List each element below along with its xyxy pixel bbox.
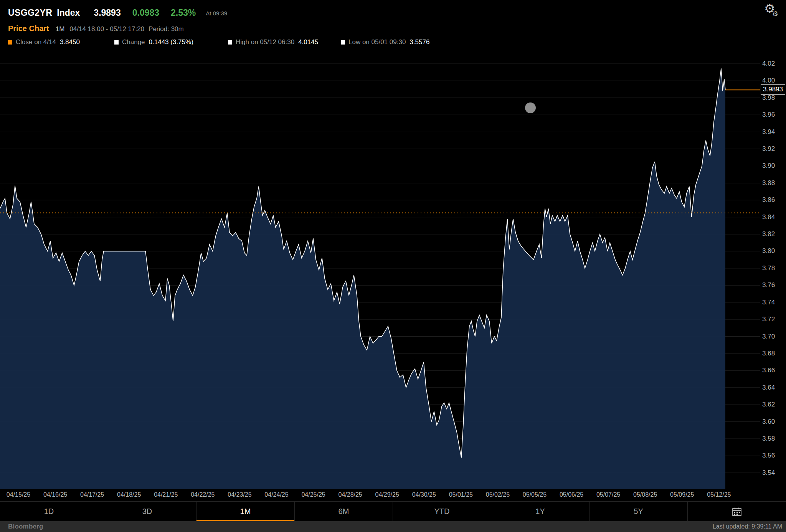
x-axis-tick-label: 05/07/25 (590, 490, 627, 499)
legend-item-change[interactable]: Change0.1443 (3.75%) (114, 37, 193, 47)
y-axis-tick-label: 3.84 (762, 213, 785, 221)
gear-small-icon: ⚙ (772, 10, 778, 18)
x-axis-tick-label: 04/22/25 (184, 490, 221, 499)
y-axis-tick-label: 3.88 (762, 179, 785, 187)
range-button-1d[interactable]: 1D (0, 502, 98, 521)
y-axis-tick-label: 4.00 (762, 77, 785, 84)
x-axis-tick-label: 04/23/25 (221, 490, 258, 499)
x-axis-tick-label: 04/21/25 (147, 490, 184, 499)
chart-legend: Close on 4/143.8450Change0.1443 (3.75%)H… (0, 37, 786, 47)
range-button-1y[interactable]: 1Y (491, 502, 590, 521)
legend-item-low[interactable]: Low on 05/01 09:303.5576 (341, 37, 429, 47)
legend-swatch (341, 40, 345, 45)
legend-value: 3.5576 (410, 38, 429, 46)
last-updated-text: Last updated: 9:39:11 AM (713, 523, 782, 530)
calendar-button[interactable] (688, 502, 786, 521)
legend-value: 3.8450 (60, 38, 80, 46)
y-axis-tick-label: 3.92 (762, 145, 785, 153)
x-axis-tick-label: 05/09/25 (664, 490, 700, 499)
x-axis: 04/15/2504/16/2504/17/2504/18/2504/21/25… (0, 490, 760, 499)
price-chart-canvas[interactable] (0, 48, 760, 489)
y-axis-tick-label: 3.54 (762, 469, 785, 477)
security-header: USGG2YR Index 3.9893 0.0983 2.53% At 09:… (8, 6, 227, 19)
y-axis-tick-label: 3.76 (762, 281, 785, 289)
last-price-axis-label: 3.9893 (761, 84, 785, 95)
y-axis-tick-label: 3.96 (762, 111, 785, 119)
y-axis-tick-label: 3.66 (762, 367, 785, 374)
range-button-1m[interactable]: 1M (196, 502, 295, 521)
y-axis-tick-label: 3.60 (762, 418, 785, 426)
x-axis-tick-label: 04/24/25 (258, 490, 295, 499)
ticker-symbol: USGG2YR (8, 8, 52, 18)
x-axis-tick-label: 04/28/25 (332, 490, 369, 499)
y-axis-tick-label: 3.94 (762, 128, 785, 136)
y-axis-tick-label: 3.90 (762, 162, 785, 170)
bloomberg-logo: Bloomberg (8, 523, 43, 530)
percent-change-value: 2.53% (171, 8, 196, 18)
x-axis-tick-label: 05/06/25 (553, 490, 590, 499)
legend-swatch (114, 40, 119, 45)
last-price-value: 3.9893 (94, 8, 121, 18)
legend-label: Low on 05/01 09:30 (348, 38, 406, 46)
y-axis-tick-label: 4.02 (762, 60, 785, 68)
y-axis-tick-label: 3.64 (762, 384, 785, 392)
x-axis-tick-label: 04/30/25 (406, 490, 443, 499)
y-axis-tick-label: 3.98 (762, 94, 785, 102)
price-area (0, 68, 725, 489)
legend-label: Close on 4/14 (16, 38, 56, 46)
legend-value: 4.0145 (298, 38, 318, 46)
range-button-3d[interactable]: 3D (98, 502, 196, 521)
y-axis-tick-label: 3.80 (762, 247, 785, 255)
x-axis-tick-label: 04/18/25 (111, 490, 147, 499)
range-button-5y[interactable]: 5Y (590, 502, 688, 521)
period-label: Period: 30m (149, 25, 184, 33)
range-button-ytd[interactable]: YTD (393, 502, 491, 521)
y-axis-tick-label: 3.74 (762, 299, 785, 306)
legend-label: High on 05/12 06:30 (236, 38, 294, 46)
y-axis-tick-label: 3.58 (762, 435, 785, 443)
legend-value: 0.1443 (3.75%) (149, 38, 193, 46)
legend-label: Change (122, 38, 145, 46)
y-axis-tick-label: 3.68 (762, 350, 785, 357)
price-chart-menu[interactable]: Price Chart (8, 24, 49, 33)
y-axis-tick-label: 3.82 (762, 230, 785, 238)
current-range-label: 1M (56, 25, 65, 33)
y-axis-tick-label: 3.56 (762, 452, 785, 459)
date-range-label: 04/14 18:00 - 05/12 17:20 (69, 25, 144, 33)
x-axis-tick-label: 04/15/25 (0, 490, 37, 499)
x-axis-tick-label: 05/02/25 (479, 490, 516, 499)
status-bar: Bloomberg Last updated: 9:39:11 AM (0, 521, 786, 532)
legend-item-close[interactable]: Close on 4/143.8450 (8, 37, 80, 47)
legend-swatch (8, 40, 12, 45)
x-axis-tick-label: 04/25/25 (295, 490, 332, 499)
as-of-time: At 09:39 (206, 9, 227, 17)
price-chart[interactable] (0, 48, 760, 489)
y-axis-tick-label: 3.70 (762, 333, 785, 340)
chart-subheader: Price Chart 1M 04/14 18:00 - 05/12 17:20… (8, 24, 184, 35)
marker-dot (525, 102, 536, 113)
y-axis-tick-label: 3.72 (762, 316, 785, 323)
legend-item-high[interactable]: High on 05/12 06:304.0145 (228, 37, 318, 47)
x-axis-tick-label: 05/12/25 (700, 490, 737, 499)
range-button-6m[interactable]: 6M (295, 502, 393, 521)
legend-swatch (228, 40, 232, 45)
range-toolbar: 1D3D1M6MYTD1Y5Y (0, 501, 786, 521)
y-axis-tick-label: 3.86 (762, 196, 785, 204)
x-axis-tick-label: 04/17/25 (74, 490, 111, 499)
x-axis-tick-label: 04/29/25 (369, 490, 406, 499)
security-type-label: Index (57, 8, 80, 18)
y-axis-tick-label: 3.62 (762, 401, 785, 408)
y-axis-tick-label: 3.78 (762, 264, 785, 272)
price-change-value: 0.0983 (132, 8, 159, 18)
calendar-icon (732, 507, 742, 516)
x-axis-tick-label: 05/05/25 (516, 490, 553, 499)
x-axis-tick-label: 04/16/25 (37, 490, 74, 499)
settings-gear-icon[interactable]: ⚙ ⚙ (761, 2, 778, 19)
x-axis-tick-label: 05/08/25 (627, 490, 664, 499)
x-axis-tick-label: 05/01/25 (443, 490, 479, 499)
